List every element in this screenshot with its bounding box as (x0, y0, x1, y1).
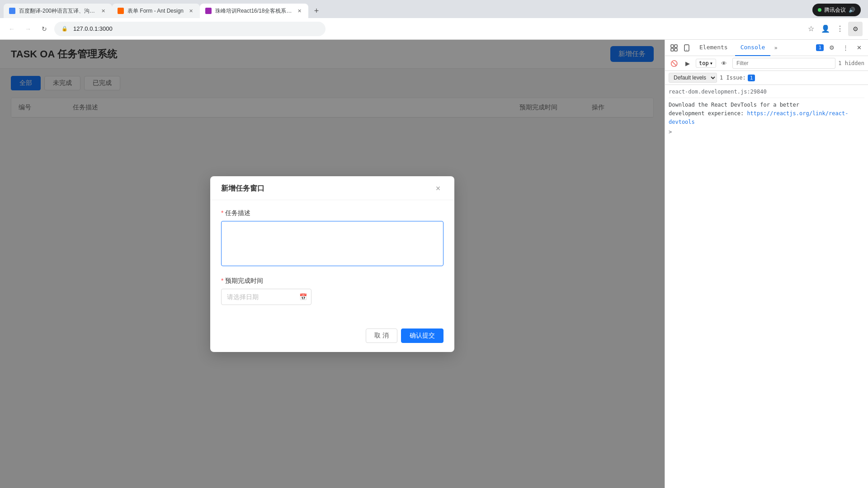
reload-button[interactable]: ↻ (38, 23, 51, 35)
svg-rect-2 (675, 45, 677, 47)
profile-button[interactable]: 👤 (819, 23, 832, 35)
issue-indicator: 1 Issue: 1 (720, 75, 755, 81)
devtools-close-button[interactable]: ✕ (854, 42, 864, 53)
issue-count-badge: 1 (816, 44, 824, 51)
devtools-tab-elements[interactable]: Elements (694, 40, 733, 56)
date-input-wrapper: 📅 (221, 289, 311, 305)
svg-rect-1 (671, 48, 674, 51)
svg-rect-3 (675, 48, 677, 51)
task-desc-required: * (221, 209, 223, 216)
forward-button[interactable]: → (22, 23, 34, 35)
devtools-tab-console[interactable]: Console (735, 40, 771, 56)
tab-label-baidu: 百度翻译-200种语言互译、沟通... (19, 7, 96, 15)
issue-label: 1 Issue: (720, 75, 746, 81)
meeting-label: 腾讯会议 (824, 6, 846, 14)
modal-header: 新增任务窗口 × (210, 176, 454, 200)
cancel-button[interactable]: 取 消 (366, 328, 397, 343)
tab-close-antdesign[interactable]: ✕ (187, 7, 194, 14)
task-desc-label-text: 任务描述 (225, 209, 250, 216)
modal-footer: 取 消 确认提交 (210, 323, 454, 352)
devtools-actions: 1 ⚙ ⋮ ✕ (816, 42, 864, 53)
tab-favicon-baidu (9, 8, 15, 14)
meeting-status-dot (818, 8, 821, 12)
tab-favicon-antdesign (118, 8, 124, 14)
tab-label-zhufen: 珠峰培训React16/18全客栈系统... (215, 7, 292, 15)
meeting-volume-icon[interactable]: 🔊 (849, 7, 855, 13)
devtools-panel: Elements Console » 1 ⚙ ⋮ ✕ 🚫 ▶ top (665, 40, 868, 488)
back-button[interactable]: ← (5, 23, 18, 35)
issue-badge-small: 1 (748, 75, 755, 81)
eye-button[interactable]: 👁 (719, 58, 730, 69)
devtools-device-button[interactable] (681, 42, 692, 53)
address-bar: ← → ↻ 🔒 127.0.0.1:3000 ☆ 👤 ⋮ ⚙ (0, 18, 868, 40)
browser-frame: 百度翻译-200种语言互译、沟通... ✕ 表单 Form - Ant Desi… (0, 0, 868, 488)
modal-close-button[interactable]: × (433, 183, 443, 194)
issue-count-small: 1 (750, 75, 753, 81)
console-expand-arrow[interactable]: > (669, 129, 864, 135)
tab-baidu[interactable]: 百度翻译-200种语言互译、沟通... ✕ (4, 4, 112, 18)
modal-body: *任务描述 *预期完成时间 📅 (210, 200, 454, 323)
modal-dialog: 新增任务窗口 × *任务描述 *预期完成时间 (210, 176, 454, 352)
due-date-label: *预期完成时间 (221, 277, 443, 285)
modal-title: 新增任务窗口 (221, 184, 264, 193)
task-desc-label: *任务描述 (221, 209, 443, 217)
top-dropdown-arrow: ▾ (710, 60, 713, 66)
due-date-label-text: 预期完成时间 (225, 277, 263, 284)
console-clear-button[interactable]: 🚫 (669, 58, 679, 69)
tencent-meeting-bar[interactable]: 腾讯会议 🔊 (812, 4, 861, 16)
devtools-toggle-button[interactable]: ⚙ (848, 22, 863, 36)
react-devtools-link[interactable]: https://reactjs.org/link/react-devtools (669, 110, 848, 125)
tab-label-antdesign: 表单 Form - Ant Design (127, 7, 184, 15)
console-levels-bar: Default levels 1 Issue: 1 (665, 71, 868, 85)
svg-point-5 (686, 49, 687, 50)
devtools-inspect-button[interactable] (669, 42, 679, 53)
tab-bar: 百度翻译-200种语言互译、沟通... ✕ 表单 Form - Ant Desi… (0, 0, 868, 18)
modal-overlay[interactable]: 新增任务窗口 × *任务描述 *预期完成时间 (0, 40, 665, 488)
console-second-toolbar: 🚫 ▶ top ▾ 👁 1 hidden (665, 56, 868, 71)
devtools-settings-button[interactable]: ⚙ (826, 42, 837, 53)
due-date-required: * (221, 277, 223, 284)
devtools-toolbar: Elements Console » 1 ⚙ ⋮ ✕ (665, 40, 868, 56)
tab-antdesign[interactable]: 表单 Form - Ant Design ✕ (112, 4, 200, 18)
tab-close-zhufen[interactable]: ✕ (296, 7, 303, 14)
console-run-button[interactable]: ▶ (682, 58, 693, 69)
address-input[interactable]: 🔒 127.0.0.1:3000 (54, 22, 326, 36)
default-levels-select[interactable]: Default levels (669, 73, 717, 83)
due-date-form-item: *预期完成时间 📅 (221, 277, 443, 305)
top-dropdown[interactable]: top ▾ (696, 59, 716, 68)
console-message: Download the React DevTools for a better… (669, 101, 864, 127)
task-desc-textarea[interactable] (221, 221, 443, 266)
hidden-count: 1 hidden (838, 60, 864, 66)
content-area: TASK OA 任务管理系统 新增任务 全部 未完成 已完成 编号 任务描述 预… (0, 40, 868, 488)
top-label: top (699, 60, 709, 66)
devtools-more-tabs[interactable]: » (774, 45, 777, 51)
bookmark-button[interactable]: ☆ (805, 23, 817, 35)
devtools-console-content: react-dom.development.js:29840 Download … (665, 85, 868, 488)
task-desc-form-item: *任务描述 (221, 209, 443, 268)
svg-rect-0 (671, 45, 674, 47)
devtools-more-button[interactable]: ⋮ (840, 42, 851, 53)
console-log-link[interactable]: react-dom.development.js:29840 (669, 88, 864, 98)
console-filter-input[interactable] (732, 58, 835, 69)
lock-icon: 🔒 (61, 26, 68, 32)
address-url-text: 127.0.0.1:3000 (73, 25, 113, 32)
tab-close-baidu[interactable]: ✕ (99, 7, 107, 14)
submit-button[interactable]: 确认提交 (401, 328, 443, 343)
menu-button[interactable]: ⋮ (834, 23, 846, 35)
browser-toolbar-icons: ☆ 👤 ⋮ ⚙ (805, 22, 863, 36)
tab-favicon-zhufen (205, 8, 212, 14)
issue-count-text: 1 (818, 45, 821, 51)
tab-zhufen[interactable]: 珠峰培训React16/18全客栈系统... ✕ (200, 4, 308, 18)
date-picker-input[interactable] (221, 289, 311, 305)
new-tab-button[interactable]: + (310, 5, 323, 17)
app-area: TASK OA 任务管理系统 新增任务 全部 未完成 已完成 编号 任务描述 预… (0, 40, 665, 488)
